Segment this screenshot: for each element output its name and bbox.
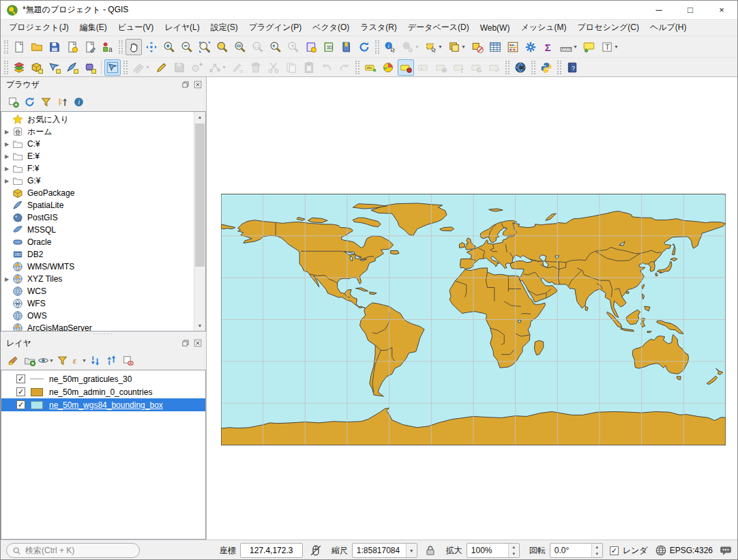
magnifier-spinbox[interactable]: 100% ▲▼ [467, 543, 520, 558]
style-manager-button[interactable]: a [100, 39, 116, 55]
map-tips-button[interactable] [581, 39, 597, 55]
statistical-summary-button[interactable] [505, 39, 521, 55]
dropdown-arrow-icon[interactable]: ▼ [438, 44, 443, 49]
browser-item-ows[interactable]: OWS [1, 310, 194, 322]
layer-row-ne_50m_graticules_30[interactable]: ✓ne_50m_graticules_30 [1, 372, 205, 385]
remove-layer-button[interactable] [119, 352, 136, 368]
zoom-full-extent-button[interactable] [196, 39, 213, 55]
browser-item-e-[interactable]: ▶E:¥ [1, 150, 194, 162]
browser-item--[interactable]: ▶ホーム [1, 126, 194, 138]
scale-combobox[interactable]: 1:85817084 ▼ [352, 543, 417, 558]
new-print-layout-button[interactable] [64, 39, 80, 55]
menu-edit[interactable]: 編集(E) [74, 20, 113, 35]
minimize-button[interactable]: ─ [643, 1, 675, 19]
toolbar-drag-handle[interactable] [531, 61, 535, 74]
locator-search-input[interactable]: 検索(Ctrl + K) [6, 543, 140, 558]
menu-layer[interactable]: レイヤ(L) [159, 20, 205, 35]
new-3d-map-view-button[interactable]: 3D [321, 39, 337, 55]
refresh-browser-button[interactable] [21, 93, 38, 110]
layer-visibility-checkbox[interactable]: ✓ [16, 374, 25, 383]
menu-vector[interactable]: ベクタ(O) [307, 20, 355, 35]
new-project-button[interactable] [11, 39, 27, 55]
messages-icon[interactable] [720, 544, 732, 557]
magnifier-up-arrow[interactable]: ▲ [509, 544, 519, 550]
dropdown-arrow-icon[interactable]: ▼ [614, 44, 619, 49]
expand-arrow-icon[interactable]: ▶ [1, 166, 12, 172]
processing-toolbox-button[interactable] [522, 39, 539, 55]
crs-status[interactable]: EPSG:4326 [670, 546, 713, 555]
browser-item-oracle[interactable]: Oracle [1, 236, 194, 248]
select-by-value-button[interactable]: ▼ [446, 39, 468, 55]
new-geopackage-layer-button[interactable] [29, 59, 45, 76]
filter-legend-button[interactable] [54, 352, 70, 368]
open-attribute-table-button[interactable] [487, 39, 503, 55]
rotation-down-arrow[interactable]: ▼ [592, 550, 602, 557]
manage-map-themes-button[interactable]: ▼ [38, 352, 54, 368]
toggle-editing-button[interactable] [153, 59, 170, 76]
menu-help[interactable]: ヘルプ(H) [645, 20, 692, 35]
pin-labels-button[interactable] [398, 59, 414, 76]
browser-item-postgis[interactable]: PostGIS [1, 211, 194, 224]
data-source-manager-button[interactable] [11, 59, 27, 76]
dropdown-arrow-icon[interactable]: ▼ [573, 44, 578, 49]
magnifier-down-arrow[interactable]: ▼ [509, 550, 519, 557]
toolbar-drag-handle[interactable] [355, 61, 359, 74]
add-group-button[interactable] [21, 352, 38, 368]
show-statistics-button[interactable]: Σ [540, 39, 557, 55]
scrollbar-thumb[interactable] [195, 123, 205, 267]
new-spatialite-layer-button[interactable] [64, 59, 80, 76]
pan-to-selection-button[interactable] [143, 39, 160, 55]
browser-item-geopackage[interactable]: GeoPackage [1, 187, 194, 199]
menu-view[interactable]: ビュー(V) [113, 20, 160, 35]
select-features-button[interactable]: ▼ [423, 39, 445, 55]
browser-item-wfs[interactable]: WFS [1, 297, 194, 310]
toolbar-drag-handle[interactable] [375, 40, 379, 54]
expand-arrow-icon[interactable]: ▶ [1, 129, 12, 135]
browser-item-g-[interactable]: ▶G:¥ [1, 175, 194, 187]
rotation-spinbox[interactable]: 0.0° ▲▼ [550, 543, 603, 558]
identify-features-button[interactable]: i [382, 39, 398, 55]
deselect-all-button[interactable] [469, 39, 486, 55]
layer-row-ne_50m_admin_0_countries[interactable]: ✓ne_50m_admin_0_countries [1, 385, 205, 398]
layers-close-button[interactable] [192, 338, 203, 349]
save-project-button[interactable] [46, 39, 63, 55]
expand-all-layers-button[interactable] [87, 352, 103, 368]
add-selected-layers-button[interactable] [5, 93, 21, 110]
map-view[interactable] [221, 194, 726, 445]
new-map-view-button[interactable] [303, 39, 319, 55]
menu-settings[interactable]: 設定(S) [205, 20, 243, 35]
browser-close-button[interactable] [192, 79, 203, 90]
new-shapefile-layer-button[interactable] [46, 59, 63, 76]
browser-item-wcs[interactable]: WCS [1, 285, 194, 297]
browser-item-xyz-tiles[interactable]: ▶XYZ Tiles [1, 273, 194, 285]
new-mesh-layer-button[interactable] [82, 59, 98, 76]
layer-visibility-checkbox[interactable]: ✓ [16, 400, 25, 409]
show-bookmarks-button[interactable] [338, 39, 355, 55]
open-layer-styling-button[interactable] [5, 352, 21, 368]
browser-item--[interactable]: お気に入り [1, 113, 194, 126]
layer-visibility-checkbox[interactable]: ✓ [16, 387, 25, 396]
browser-item-db2[interactable]: DB2DB2 [1, 248, 194, 261]
browser-item-wms-wmts[interactable]: WMS/WMTS [1, 261, 194, 273]
render-checkbox[interactable]: ✓ [610, 546, 619, 555]
expand-arrow-icon[interactable]: ▶ [1, 178, 12, 184]
collapse-all-layers-button[interactable] [103, 352, 119, 368]
crs-globe-icon[interactable] [655, 544, 667, 557]
open-project-button[interactable] [29, 39, 45, 55]
extents-toggle-icon[interactable] [310, 544, 322, 557]
expand-arrow-icon[interactable]: ▶ [1, 141, 12, 147]
browser-item-mssql[interactable]: MSSQL [1, 224, 194, 236]
toolbar-drag-handle[interactable] [4, 61, 8, 74]
toolbar-drag-handle[interactable] [4, 40, 8, 54]
python-console-button[interactable] [538, 59, 555, 76]
zoom-last-button[interactable] [267, 39, 284, 55]
menu-plugins[interactable]: プラグイン(P) [243, 20, 307, 35]
dropdown-arrow-icon[interactable]: ▼ [49, 358, 54, 363]
layers-float-button[interactable] [180, 338, 191, 349]
expand-arrow-icon[interactable]: ▶ [1, 276, 12, 282]
menu-database[interactable]: データベース(D) [402, 20, 475, 35]
toolbar-drag-handle[interactable] [505, 61, 510, 74]
layer-row-ne_50m_wgs84_bounding_box[interactable]: ✓ne_50m_wgs84_bounding_box [1, 398, 205, 411]
rotation-up-arrow[interactable]: ▲ [592, 544, 602, 550]
zoom-in-button[interactable] [161, 39, 177, 55]
